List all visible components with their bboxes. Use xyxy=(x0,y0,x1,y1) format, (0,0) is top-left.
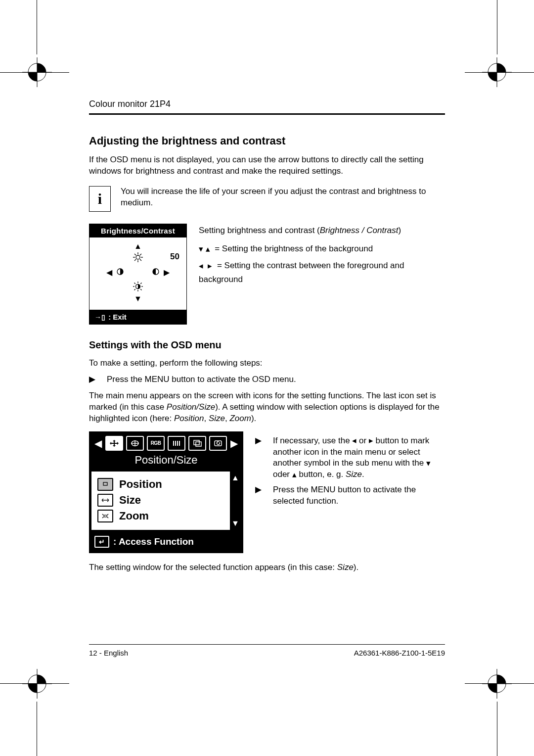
play-bullet-icon: ▶ xyxy=(89,374,96,385)
crop-line xyxy=(0,72,69,73)
crop-line xyxy=(497,0,497,54)
arrow-right-icon: ▶ xyxy=(164,268,170,277)
size-item-icon xyxy=(97,494,113,507)
osd-menu-item-zoom: Zoom xyxy=(97,508,224,524)
arrow-down-small-icon: ▾ xyxy=(199,242,203,256)
arrow-right-icon: ▶ xyxy=(229,437,239,449)
osd-icon-geometry xyxy=(126,436,144,451)
arrow-up-icon: ▲ xyxy=(231,473,239,482)
arrow-down-icon: ▼ xyxy=(94,295,181,303)
contrast-half-icon xyxy=(152,268,160,278)
arrow-up-small-icon: ▴ xyxy=(292,470,297,481)
osd-footer: ↵ : Access Function xyxy=(89,532,243,553)
running-head: Colour monitor 21P4 xyxy=(89,99,445,115)
crop-line xyxy=(37,0,37,54)
osd-bc-title: Brightness/Contrast xyxy=(89,224,186,237)
info-icon: i xyxy=(89,186,111,212)
registration-mark-icon xyxy=(22,669,52,699)
osd-icon-recall xyxy=(209,436,227,451)
osd-ps-title: Position/Size xyxy=(89,453,243,472)
exit-icon: →▯ xyxy=(94,313,105,321)
crop-line xyxy=(465,683,534,684)
contrast-value: 60 xyxy=(165,309,175,318)
section-heading: Adjusting the brightness and contrast xyxy=(89,135,445,147)
intro-paragraph: If the OSD menu is not displayed, you ca… xyxy=(89,154,445,177)
page-footer-right: A26361-K886-Z100-1-5E19 xyxy=(354,649,445,657)
svg-rect-42 xyxy=(103,482,107,485)
svg-line-19 xyxy=(134,259,136,261)
contrast-half-icon xyxy=(116,268,124,278)
exit-label: : Exit xyxy=(108,313,127,321)
arrow-down-small-icon: ▾ xyxy=(426,458,431,470)
info-note: You will increase the life of your scree… xyxy=(121,186,445,209)
svg-line-18 xyxy=(140,259,141,261)
arrow-right-small-icon: ▸ xyxy=(369,435,373,447)
svg-line-28 xyxy=(134,283,135,284)
arrow-left-small-icon: ◂ xyxy=(352,435,356,447)
arrow-left-icon: ◀ xyxy=(106,268,112,277)
section-heading: Settings with the OSD menu xyxy=(89,339,445,351)
osd-menu-item-position: Position xyxy=(97,476,224,492)
body-paragraph: The main menu appears on the screen with… xyxy=(89,390,445,425)
osd-brightness-contrast-panel: Brightness/Contrast ▲ 50 ◀ ▶ xyxy=(89,224,187,325)
zoom-item-icon xyxy=(97,510,113,522)
crop-line xyxy=(497,702,497,756)
contrast-icon xyxy=(132,281,144,292)
osd-ps-caption: ▶ If necessary, use the ◂ or ▸ button to… xyxy=(255,431,445,512)
play-bullet-icon: ▶ xyxy=(255,435,262,481)
osd-bc-caption: Setting brightness and contrast (Brightn… xyxy=(199,224,445,286)
crop-line xyxy=(0,683,69,684)
osd-scrollbar: ▲ ▼ xyxy=(230,472,241,530)
svg-rect-40 xyxy=(196,442,201,446)
position-item-icon xyxy=(97,478,113,491)
osd-icon-option xyxy=(188,436,206,451)
svg-rect-39 xyxy=(194,440,199,445)
osd-menu-item-size: Size xyxy=(97,492,224,508)
brightness-icon xyxy=(132,251,144,263)
osd-icon-rgb: RGB xyxy=(147,436,165,451)
osd-position-size-panel: ◀ RGB ▶ Position/Size xyxy=(89,431,243,553)
registration-mark-icon xyxy=(482,669,512,699)
arrow-down-icon: ▼ xyxy=(231,519,239,528)
arrow-left-icon: ◀ xyxy=(93,437,103,449)
page-footer-left: 12 - English xyxy=(89,649,128,657)
crop-line xyxy=(465,72,534,73)
osd-icon-position xyxy=(105,436,123,451)
svg-line-30 xyxy=(134,289,135,290)
svg-line-17 xyxy=(134,254,136,255)
svg-line-31 xyxy=(140,283,141,284)
body-paragraph: The setting window for the selected func… xyxy=(89,562,445,573)
svg-point-12 xyxy=(136,255,140,259)
step-item: ▶ Press the MENU button to activate the … xyxy=(89,374,445,385)
arrow-right-small-icon: ▸ xyxy=(208,259,212,273)
svg-line-20 xyxy=(140,254,141,255)
crop-line xyxy=(37,702,37,756)
play-bullet-icon: ▶ xyxy=(255,484,262,507)
svg-line-29 xyxy=(140,289,141,290)
svg-rect-44 xyxy=(104,515,106,517)
osd-icon-screen xyxy=(168,436,185,451)
arrow-up-small-icon: ▴ xyxy=(206,242,210,256)
arrow-left-small-icon: ◂ xyxy=(199,259,203,273)
brightness-value: 50 xyxy=(170,252,179,261)
enter-icon: ↵ xyxy=(94,536,109,548)
intro-paragraph: To make a setting, perform the following… xyxy=(89,358,445,369)
arrow-up-icon: ▲ xyxy=(94,242,181,250)
